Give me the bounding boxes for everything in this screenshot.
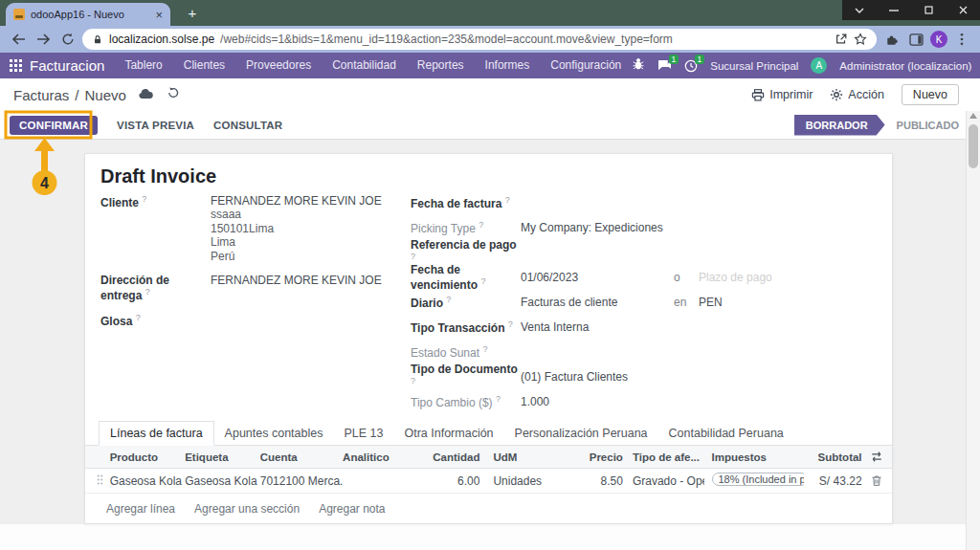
col-cantidad[interactable]: Cantidad <box>422 451 484 463</box>
share-icon[interactable] <box>835 33 848 46</box>
confirm-button[interactable]: CONFIRMAR <box>10 116 98 135</box>
cliente-value[interactable]: FERNANDEZ MORE KEVIN JOE ssaaa 150101Lim… <box>211 194 382 263</box>
field-diario: Diario ? Facturas de cliente en PEN <box>411 290 880 315</box>
tab-apuntes-contables[interactable]: Apuntes contables <box>214 422 334 445</box>
menu-informes[interactable]: Informes <box>475 53 541 78</box>
glosa-label: Glosa ? <box>100 313 211 328</box>
minimize-button[interactable] <box>877 0 911 20</box>
cell-cantidad[interactable]: 6.00 <box>422 474 484 488</box>
col-etiqueta[interactable]: Etiqueta <box>185 451 260 463</box>
menu-reportes[interactable]: Reportes <box>407 53 475 78</box>
menu-proveedores[interactable]: Proveedores <box>235 53 322 78</box>
bookmark-star-icon[interactable] <box>854 33 867 46</box>
address-line: ssaaa <box>211 208 382 222</box>
extensions-puzzle-icon[interactable] <box>880 29 902 50</box>
cell-producto[interactable]: Gaseosa Kola 3L <box>110 474 186 488</box>
main-menu: Tablero Clientes Proveedores Contabilida… <box>114 53 632 78</box>
gear-icon <box>830 88 843 101</box>
scrollbar-thumb[interactable] <box>969 124 978 168</box>
breadcrumb-parent[interactable]: Facturas <box>13 87 69 103</box>
tipo-cambio-label: Tipo Cambio ($) ? <box>411 394 521 409</box>
user-avatar[interactable]: A <box>811 57 827 74</box>
drag-handle-icon[interactable] <box>91 473 110 489</box>
col-udm[interactable]: UdM <box>483 451 570 463</box>
col-subtotal[interactable]: Subtotal <box>804 451 862 463</box>
browser-tab[interactable]: odooApp16 - Nuevo × <box>6 3 170 26</box>
col-tipo-afectacion[interactable]: Tipo de afe... <box>623 451 704 463</box>
field-tipo-cambio: Tipo Cambio ($) ? 1.000 <box>411 389 880 414</box>
new-tab-button[interactable]: + <box>184 5 201 22</box>
payment-terms-placeholder[interactable]: Plazo de pago <box>699 271 772 284</box>
tab-close-icon[interactable]: × <box>155 9 163 21</box>
add-section-link[interactable]: Agregar una sección <box>194 502 300 516</box>
app-name[interactable]: Facturacion <box>30 57 104 74</box>
state-draft-badge[interactable]: BORRADOR <box>794 115 885 136</box>
direccion-value[interactable]: FERNANDEZ MORE KEVIN JOE <box>211 274 382 287</box>
scrollbar-up-arrow[interactable] <box>969 113 977 119</box>
add-line-link[interactable]: Agregar línea <box>106 502 175 516</box>
new-record-button[interactable]: Nuevo <box>902 84 959 105</box>
forward-button[interactable] <box>33 29 54 50</box>
browser-menu-icon[interactable] <box>951 29 972 50</box>
currency-value[interactable]: PEN <box>699 296 723 309</box>
cell-impuestos[interactable]: 18% (Included in p <box>704 473 804 489</box>
tab-search-button[interactable] <box>842 0 877 20</box>
control-panel: Facturas / Nuevo Imprimir Acción Nuevo <box>0 78 980 111</box>
tax-tag[interactable]: 18% (Included in p <box>712 473 804 486</box>
cell-tipo-afectacion[interactable]: Gravado - Oper... <box>623 474 704 488</box>
add-note-link[interactable]: Agregar nota <box>319 502 385 516</box>
col-precio[interactable]: Precio <box>570 451 623 463</box>
optional-columns-button[interactable] <box>862 451 892 463</box>
chatter-area <box>0 524 980 550</box>
menu-tablero[interactable]: Tablero <box>114 53 172 78</box>
tab-otra-informacion[interactable]: Otra Información <box>393 422 503 445</box>
side-panel-icon[interactable] <box>905 29 926 50</box>
debug-bug-icon[interactable] <box>632 57 645 75</box>
cell-etiqueta[interactable]: Gaseosa Kola 3L <box>185 474 260 488</box>
user-menu[interactable]: Administrator (localizacion) <box>839 60 971 72</box>
invoice-line-row[interactable]: Gaseosa Kola 3L Gaseosa Kola 3L 7012100 … <box>85 469 892 494</box>
page-scrollbar[interactable] <box>966 111 980 550</box>
address-line: Lima <box>211 235 382 250</box>
tipo-transaccion-value[interactable]: Venta Interna <box>521 320 589 334</box>
url-bar[interactable]: localizacion.solse.pe/web#cids=1&bids=1&… <box>82 29 877 50</box>
tab-contabilidad-peruana[interactable]: Contabilidad Peruana <box>658 422 794 445</box>
menu-clientes[interactable]: Clientes <box>173 53 235 78</box>
back-button[interactable] <box>8 29 29 50</box>
cell-udm[interactable]: Unidades <box>483 474 570 488</box>
reload-button[interactable] <box>57 29 78 50</box>
field-tipo-documento: Tipo de Documento ? (01) Factura Cliente… <box>411 364 880 389</box>
diario-value[interactable]: Facturas de cliente <box>521 296 674 309</box>
tab-personalizacion-peruana[interactable]: Personalización Peruana <box>504 422 658 445</box>
delete-line-button[interactable] <box>862 474 892 487</box>
print-button[interactable]: Imprimir <box>751 88 813 101</box>
tipo-documento-value[interactable]: (01) Factura Clientes <box>521 370 628 384</box>
tab-lineas-factura[interactable]: Líneas de factura <box>99 421 214 446</box>
lock-icon <box>92 33 103 46</box>
help-marker: ? <box>142 194 146 204</box>
col-cuenta[interactable]: Cuenta <box>260 451 343 463</box>
browser-profile-avatar[interactable]: K <box>930 31 947 48</box>
cell-cuenta[interactable]: 7012100 Merca... <box>260 474 343 488</box>
tab-ple-13[interactable]: PLE 13 <box>333 422 393 445</box>
menu-configuracion[interactable]: Configuración <box>540 53 632 78</box>
col-analitico[interactable]: Analitico <box>343 451 421 463</box>
consult-button[interactable]: CONSULTAR <box>213 120 282 131</box>
company-switcher[interactable]: Sucursal Principal <box>710 60 798 72</box>
state-posted[interactable]: PUBLICADO <box>897 120 959 131</box>
maximize-button[interactable] <box>911 0 946 20</box>
preview-button[interactable]: VISTA PREVIA <box>117 120 194 131</box>
apps-grid-icon[interactable] <box>10 55 22 77</box>
col-impuestos[interactable]: Impuestos <box>704 451 804 463</box>
close-window-button[interactable] <box>946 0 980 20</box>
activities-button[interactable]: 1 <box>684 59 698 73</box>
cell-precio[interactable]: 8.50 <box>570 474 623 488</box>
fecha-vencimiento-value[interactable]: 01/06/2023 <box>521 271 674 284</box>
menu-contabilidad[interactable]: Contabilidad <box>322 53 407 78</box>
col-producto[interactable]: Producto <box>110 451 186 463</box>
action-button[interactable]: Acción <box>830 88 884 101</box>
discard-icon[interactable] <box>167 86 180 103</box>
printer-icon <box>751 89 765 101</box>
messages-button[interactable]: 1 <box>657 59 672 72</box>
save-cloud-icon[interactable] <box>138 86 153 103</box>
